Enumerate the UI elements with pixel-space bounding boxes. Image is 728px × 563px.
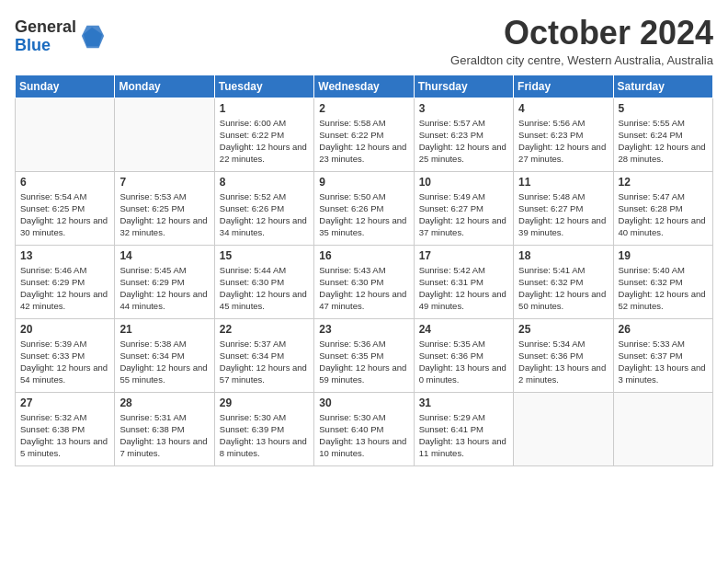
day-info: Sunrise: 5:31 AM Sunset: 6:38 PM Dayligh… [119, 411, 209, 460]
weekday-header: Thursday [414, 75, 513, 98]
day-info: Sunrise: 5:30 AM Sunset: 6:39 PM Dayligh… [220, 411, 309, 460]
logo-blue: Blue [15, 36, 51, 54]
day-number: 13 [20, 249, 109, 262]
day-number: 4 [518, 102, 608, 115]
calendar-table: SundayMondayTuesdayWednesdayThursdayFrid… [15, 75, 713, 466]
weekday-header-row: SundayMondayTuesdayWednesdayThursdayFrid… [16, 75, 713, 98]
calendar-cell [115, 98, 214, 171]
day-number: 20 [20, 323, 109, 336]
calendar-cell: 15Sunrise: 5:44 AM Sunset: 6:30 PM Dayli… [214, 245, 313, 318]
day-number: 22 [220, 323, 309, 336]
day-number: 2 [319, 102, 408, 115]
calendar-cell: 22Sunrise: 5:37 AM Sunset: 6:34 PM Dayli… [214, 318, 313, 392]
calendar-week-row: 6Sunrise: 5:54 AM Sunset: 6:25 PM Daylig… [16, 171, 713, 245]
day-info: Sunrise: 5:41 AM Sunset: 6:32 PM Dayligh… [518, 264, 608, 313]
calendar-cell: 21Sunrise: 5:38 AM Sunset: 6:34 PM Dayli… [115, 318, 214, 392]
calendar-cell: 26Sunrise: 5:33 AM Sunset: 6:37 PM Dayli… [613, 318, 712, 392]
day-number: 19 [619, 249, 708, 262]
weekday-header: Monday [115, 75, 214, 98]
day-number: 17 [419, 249, 508, 262]
day-number: 11 [518, 176, 608, 189]
calendar-cell: 4Sunrise: 5:56 AM Sunset: 6:23 PM Daylig… [514, 98, 613, 171]
weekday-header: Saturday [613, 75, 712, 98]
day-info: Sunrise: 5:55 AM Sunset: 6:24 PM Dayligh… [619, 117, 708, 166]
logo-icon [80, 24, 106, 50]
month-title: October 2024 [450, 15, 713, 52]
day-number: 10 [419, 176, 508, 189]
calendar-cell [514, 392, 613, 465]
day-info: Sunrise: 5:53 AM Sunset: 6:25 PM Dayligh… [119, 190, 209, 239]
day-info: Sunrise: 6:00 AM Sunset: 6:22 PM Dayligh… [220, 117, 309, 166]
calendar-cell: 14Sunrise: 5:45 AM Sunset: 6:29 PM Dayli… [115, 245, 214, 318]
weekday-header: Tuesday [214, 75, 313, 98]
calendar-cell: 16Sunrise: 5:43 AM Sunset: 6:30 PM Dayli… [314, 245, 414, 318]
day-info: Sunrise: 5:33 AM Sunset: 6:37 PM Dayligh… [619, 338, 708, 386]
day-number: 6 [20, 176, 109, 189]
calendar-cell [613, 392, 712, 465]
location-subtitle: Geraldton city centre, Western Australia… [450, 53, 713, 67]
day-number: 24 [419, 323, 508, 336]
calendar-cell: 8Sunrise: 5:52 AM Sunset: 6:26 PM Daylig… [214, 171, 313, 245]
calendar-cell: 20Sunrise: 5:39 AM Sunset: 6:33 PM Dayli… [16, 318, 115, 392]
day-info: Sunrise: 5:38 AM Sunset: 6:34 PM Dayligh… [119, 338, 209, 386]
day-info: Sunrise: 5:35 AM Sunset: 6:36 PM Dayligh… [419, 338, 508, 386]
day-info: Sunrise: 5:43 AM Sunset: 6:30 PM Dayligh… [319, 264, 408, 313]
calendar-cell: 12Sunrise: 5:47 AM Sunset: 6:28 PM Dayli… [613, 171, 712, 245]
day-info: Sunrise: 5:48 AM Sunset: 6:27 PM Dayligh… [518, 190, 608, 239]
calendar-cell: 24Sunrise: 5:35 AM Sunset: 6:36 PM Dayli… [414, 318, 513, 392]
day-number: 7 [119, 176, 209, 189]
calendar-cell: 2Sunrise: 5:58 AM Sunset: 6:22 PM Daylig… [314, 98, 414, 171]
day-number: 27 [20, 396, 109, 409]
day-info: Sunrise: 5:34 AM Sunset: 6:36 PM Dayligh… [518, 338, 608, 386]
day-info: Sunrise: 5:58 AM Sunset: 6:22 PM Dayligh… [319, 117, 408, 166]
day-info: Sunrise: 5:50 AM Sunset: 6:26 PM Dayligh… [319, 190, 408, 239]
day-info: Sunrise: 5:40 AM Sunset: 6:32 PM Dayligh… [619, 264, 708, 313]
day-info: Sunrise: 5:54 AM Sunset: 6:25 PM Dayligh… [20, 190, 109, 239]
calendar-week-row: 1Sunrise: 6:00 AM Sunset: 6:22 PM Daylig… [16, 98, 713, 171]
day-number: 31 [419, 396, 508, 409]
day-info: Sunrise: 5:47 AM Sunset: 6:28 PM Dayligh… [619, 190, 708, 239]
day-number: 5 [619, 102, 708, 115]
calendar-cell: 31Sunrise: 5:29 AM Sunset: 6:41 PM Dayli… [414, 392, 513, 465]
day-number: 21 [119, 323, 209, 336]
calendar-week-row: 20Sunrise: 5:39 AM Sunset: 6:33 PM Dayli… [16, 318, 713, 392]
day-info: Sunrise: 5:46 AM Sunset: 6:29 PM Dayligh… [20, 264, 109, 313]
logo: General Blue [15, 18, 106, 55]
day-number: 26 [619, 323, 708, 336]
day-number: 25 [518, 323, 608, 336]
calendar-cell: 11Sunrise: 5:48 AM Sunset: 6:27 PM Dayli… [514, 171, 613, 245]
calendar-cell: 7Sunrise: 5:53 AM Sunset: 6:25 PM Daylig… [115, 171, 214, 245]
calendar-week-row: 13Sunrise: 5:46 AM Sunset: 6:29 PM Dayli… [16, 245, 713, 318]
logo-general: General [15, 17, 76, 36]
day-info: Sunrise: 5:42 AM Sunset: 6:31 PM Dayligh… [419, 264, 508, 313]
calendar-cell: 28Sunrise: 5:31 AM Sunset: 6:38 PM Dayli… [115, 392, 214, 465]
calendar-cell: 18Sunrise: 5:41 AM Sunset: 6:32 PM Dayli… [514, 245, 613, 318]
day-number: 1 [220, 102, 309, 115]
day-info: Sunrise: 5:45 AM Sunset: 6:29 PM Dayligh… [119, 264, 209, 313]
calendar-cell: 27Sunrise: 5:32 AM Sunset: 6:38 PM Dayli… [16, 392, 115, 465]
calendar-cell: 3Sunrise: 5:57 AM Sunset: 6:23 PM Daylig… [414, 98, 513, 171]
calendar-cell [16, 98, 115, 171]
calendar-cell: 23Sunrise: 5:36 AM Sunset: 6:35 PM Dayli… [314, 318, 414, 392]
calendar-cell: 17Sunrise: 5:42 AM Sunset: 6:31 PM Dayli… [414, 245, 513, 318]
day-number: 9 [319, 176, 408, 189]
day-info: Sunrise: 5:57 AM Sunset: 6:23 PM Dayligh… [419, 117, 508, 166]
calendar-cell: 9Sunrise: 5:50 AM Sunset: 6:26 PM Daylig… [314, 171, 414, 245]
day-number: 29 [220, 396, 309, 409]
calendar-cell: 1Sunrise: 6:00 AM Sunset: 6:22 PM Daylig… [214, 98, 313, 171]
day-number: 8 [220, 176, 309, 189]
day-number: 18 [518, 249, 608, 262]
day-info: Sunrise: 5:56 AM Sunset: 6:23 PM Dayligh… [518, 117, 608, 166]
calendar-cell: 6Sunrise: 5:54 AM Sunset: 6:25 PM Daylig… [16, 171, 115, 245]
day-number: 30 [319, 396, 408, 409]
day-number: 14 [119, 249, 209, 262]
calendar-cell: 30Sunrise: 5:30 AM Sunset: 6:40 PM Dayli… [314, 392, 414, 465]
page-header: General Blue October 2024 Geraldton city… [15, 15, 713, 67]
day-info: Sunrise: 5:44 AM Sunset: 6:30 PM Dayligh… [220, 264, 309, 313]
calendar-week-row: 27Sunrise: 5:32 AM Sunset: 6:38 PM Dayli… [16, 392, 713, 465]
calendar-cell: 5Sunrise: 5:55 AM Sunset: 6:24 PM Daylig… [613, 98, 712, 171]
title-block: October 2024 Geraldton city centre, West… [450, 15, 713, 67]
logo-text: General Blue [15, 18, 76, 55]
day-info: Sunrise: 5:37 AM Sunset: 6:34 PM Dayligh… [220, 338, 309, 386]
day-info: Sunrise: 5:29 AM Sunset: 6:41 PM Dayligh… [419, 411, 508, 460]
